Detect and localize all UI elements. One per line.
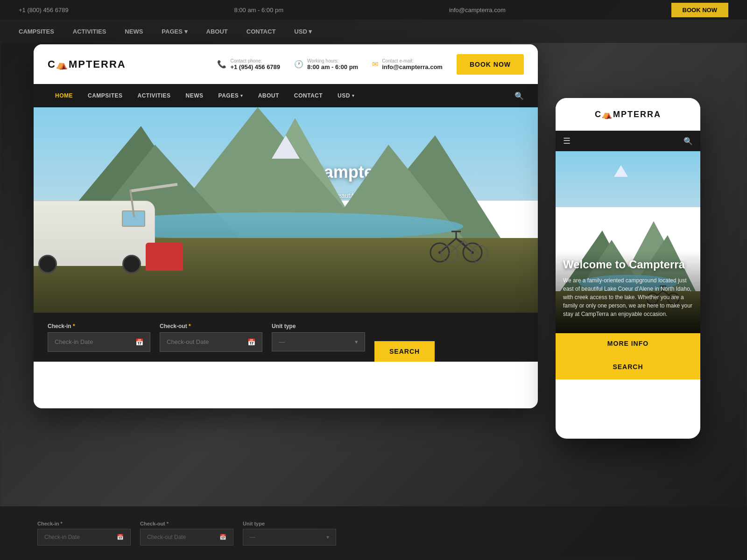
nav-about[interactable]: ABOUT <box>251 84 287 107</box>
mobile-hero-content: Welcome to Campterra We are a family-ori… <box>556 251 700 333</box>
bg-phone: +1 (800) 456 6789 <box>19 7 69 14</box>
bikes-container <box>426 217 510 266</box>
email-value: info@campterra.com <box>382 63 443 70</box>
phone-value: +1 (954) 456 6789 <box>230 63 280 70</box>
contact-phone-item: 📞 Contact phone: +1 (954) 456 6789 <box>217 58 280 70</box>
nav-search-icon[interactable]: 🔍 <box>514 91 524 100</box>
email-label: Contact e-mail: <box>382 58 443 63</box>
phone-icon: 📞 <box>217 60 226 69</box>
mobile-sky <box>556 151 700 207</box>
hours-value: 8:00 am - 6:00 pm <box>307 63 358 70</box>
site-header: C⛺MPTERRA 📞 Contact phone: +1 (954) 456 … <box>34 44 538 84</box>
bg-checkout-label: Check-out * <box>140 521 233 526</box>
checkin-input[interactable]: Check-in Date 📅 <box>48 332 150 352</box>
unittype-select[interactable]: — ▾ <box>272 332 365 351</box>
nav-items: HOME CAMPSITES ACTIVITIES NEWS PAGES ▾ A… <box>48 84 362 107</box>
nav-news[interactable]: NEWS <box>178 84 211 107</box>
bg-unittype-label: Unit type <box>243 521 336 526</box>
email-icon: ✉ <box>372 60 378 69</box>
unittype-dropdown-arrow: ▾ <box>355 338 358 345</box>
mobile-tent-icon: ⛺ <box>602 110 613 119</box>
checkin-required: * <box>71 323 75 329</box>
unittype-field: Unit type — ▾ <box>272 323 365 351</box>
usd-dropdown-arrow: ▾ <box>352 93 355 98</box>
van-wheel-back <box>38 255 57 273</box>
snow-cap <box>272 135 300 159</box>
mobile-card: C⛺MPTERRA ☰ 🔍 <box>556 98 700 439</box>
site-logo: C⛺MPTERRA <box>48 58 126 70</box>
bg-nav-bar: CAMPSITES ACTIVITIES NEWS PAGES ▾ ABOUT … <box>0 20 747 43</box>
main-nav: HOME CAMPSITES ACTIVITIES NEWS PAGES ▾ A… <box>34 84 538 107</box>
bg-checkin-group: Check-in * Check-in Date 📅 <box>37 521 131 546</box>
mobile-hero-title: Welcome to Campterra <box>563 258 693 272</box>
bg-nav-pages: PAGES ▾ <box>162 28 187 35</box>
unittype-label: Unit type <box>272 323 365 329</box>
mobile-bottom-bar: SEARCH <box>556 354 700 379</box>
bg-email: info@campterra.com <box>449 7 506 14</box>
book-now-button[interactable]: BOOK NOW <box>457 54 524 75</box>
nav-campsites[interactable]: CAMPSITES <box>80 84 130 107</box>
bg-checkout-input: Check-out Date 📅 <box>140 529 233 546</box>
desktop-card: C⛺MPTERRA 📞 Contact phone: +1 (954) 456 … <box>34 44 538 408</box>
nav-home[interactable]: HOME <box>48 84 80 107</box>
checkout-field: Check-out * Check-out Date 📅 <box>160 323 262 352</box>
tent-icon: ⛺ <box>56 59 69 70</box>
bg-nav-contact: CONTACT <box>247 28 276 35</box>
mobile-hero: Welcome to Campterra We are a family-ori… <box>556 151 700 333</box>
clock-icon: 🕐 <box>294 60 303 69</box>
car-top <box>146 243 183 271</box>
mobile-hero-description: We are a family-oriented campground loca… <box>563 276 693 318</box>
mobile-search-label: SEARCH <box>613 363 643 371</box>
bikes-svg <box>426 217 510 264</box>
search-button[interactable]: SEARCH <box>374 341 435 362</box>
bg-top-bar: +1 (800) 456 6789 8:00 am - 6:00 pm info… <box>0 0 747 20</box>
hours-text: Working hours: 8:00 am - 6:00 pm <box>307 58 358 70</box>
hamburger-icon[interactable]: ☰ <box>563 136 571 146</box>
pages-dropdown-arrow: ▾ <box>240 93 243 98</box>
checkin-field: Check-in * Check-in Date 📅 <box>48 323 150 352</box>
van-container <box>34 201 155 266</box>
email-text: Contact e-mail: info@campterra.com <box>382 58 443 70</box>
bg-nav-campsites: CAMPSITES <box>19 28 54 35</box>
nav-contact[interactable]: CONTACT <box>287 84 330 107</box>
van-wheel-front <box>122 255 141 273</box>
checkout-input[interactable]: Check-out Date 📅 <box>160 332 262 352</box>
mobile-nav: ☰ 🔍 <box>556 131 700 151</box>
bg-hours: 8:00 am - 6:00 pm <box>234 7 284 14</box>
hours-label: Working hours: <box>307 58 358 63</box>
phone-label: Contact phone: <box>230 58 280 63</box>
bg-booking-bar: Check-in * Check-in Date 📅 Check-out * C… <box>0 506 747 560</box>
bg-book-btn[interactable]: BOOK NOW <box>671 3 728 17</box>
nav-activities[interactable]: ACTIVITIES <box>130 84 178 107</box>
checkout-required: * <box>187 323 191 329</box>
mobile-snow <box>614 165 628 177</box>
nav-pages[interactable]: PAGES ▾ <box>211 84 251 107</box>
bg-unittype-input: — ▾ <box>243 529 336 546</box>
header-info: 📞 Contact phone: +1 (954) 456 6789 🕐 Wor… <box>217 54 524 75</box>
mobile-search-icon[interactable]: 🔍 <box>684 137 693 146</box>
mobile-logo: C⛺MPTERRA <box>595 109 661 119</box>
bg-checkin-input: Check-in Date 📅 <box>37 529 131 546</box>
mobile-header: C⛺MPTERRA <box>556 98 700 131</box>
hero-section: Welcome to Campterra We are a family-ori… <box>34 107 538 313</box>
checkin-label: Check-in * <box>48 323 150 329</box>
mobile-more-info-button[interactable]: MORE INFO <box>556 333 700 354</box>
bg-unittype-group: Unit type — ▾ <box>243 521 336 546</box>
phone-text: Contact phone: +1 (954) 456 6789 <box>230 58 280 70</box>
contact-email-item: ✉ Contact e-mail: info@campterra.com <box>372 58 443 70</box>
bg-checkout-group: Check-out * Check-out Date 📅 <box>140 521 233 546</box>
working-hours-item: 🕐 Working hours: 8:00 am - 6:00 pm <box>294 58 358 70</box>
bg-nav-activities: ACTIVITIES <box>73 28 106 35</box>
checkout-calendar-icon: 📅 <box>247 338 255 346</box>
nav-usd[interactable]: USD ▾ <box>330 84 362 107</box>
bg-nav-usd: USD ▾ <box>294 28 312 35</box>
checkin-calendar-icon: 📅 <box>135 338 143 346</box>
bg-checkin-label: Check-in * <box>37 521 131 526</box>
booking-bar: Check-in * Check-in Date 📅 Check-out * C… <box>34 313 538 362</box>
checkout-label: Check-out * <box>160 323 262 329</box>
bg-nav-news: NEWS <box>125 28 143 35</box>
bg-nav-about: ABOUT <box>206 28 228 35</box>
